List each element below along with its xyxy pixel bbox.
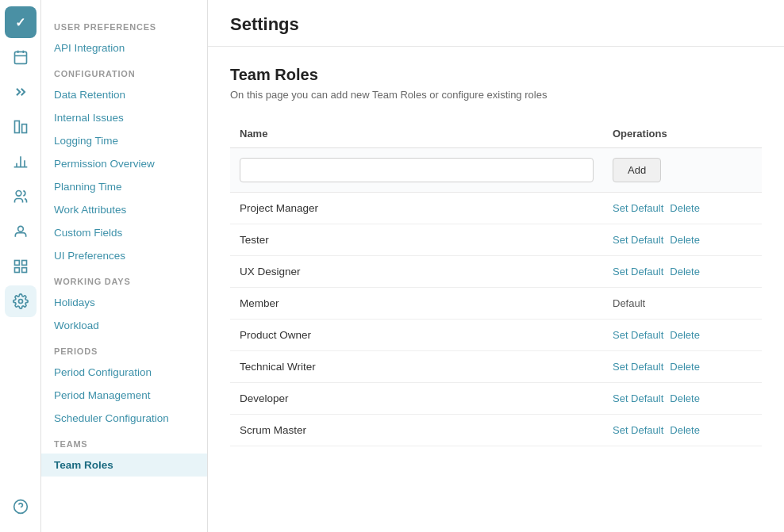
sidebar-section-configuration: CONFIGURATION Data Retention Internal Is…: [41, 59, 207, 267]
add-role-row: Add: [230, 148, 762, 193]
section-title-teams: TEAMS: [41, 430, 207, 454]
sidebar-section-user-preferences: USER PREFERENCES API Integration: [41, 13, 207, 59]
set-default-link[interactable]: Set Default: [613, 202, 663, 214]
new-role-input[interactable]: [240, 158, 594, 182]
user-nav-icon[interactable]: [5, 216, 37, 247]
sidebar-item-team-roles[interactable]: Team Roles: [41, 454, 207, 477]
sidebar-item-logging-time[interactable]: Logging Time: [41, 129, 207, 152]
help-nav-icon[interactable]: [5, 491, 37, 522]
delete-link[interactable]: Delete: [670, 424, 700, 436]
svg-rect-5: [21, 124, 26, 133]
sidebar-section-teams: TEAMS Team Roles: [41, 430, 207, 477]
app-title: Settings: [230, 14, 762, 35]
operations-cell: Default: [603, 288, 762, 320]
svg-point-10: [16, 191, 21, 197]
page-title: Team Roles: [230, 66, 762, 84]
grid-nav-icon[interactable]: [5, 251, 37, 282]
column-operations-header: Operations: [603, 120, 762, 148]
page-subtitle: On this page you can add new Team Roles …: [230, 89, 762, 101]
table-row: Product Owner Set Default Delete: [230, 320, 762, 351]
brand-logo[interactable]: ✓: [5, 6, 37, 38]
table-row: Scrum Master Set Default Delete: [230, 415, 762, 446]
sidebar-section-working-days: WORKING DAYS Holidays Workload: [41, 267, 207, 337]
table-row: Project Manager Set Default Delete: [230, 193, 762, 224]
table-row: Member Default: [230, 288, 762, 320]
role-name: Project Manager: [230, 193, 603, 224]
role-name: Tester: [230, 224, 603, 256]
section-title-working-days: WORKING DAYS: [41, 267, 207, 291]
gear-nav-icon[interactable]: [5, 285, 37, 317]
sidebar-item-api-integration[interactable]: API Integration: [41, 36, 207, 59]
team-roles-table: Name Operations Add Project Manager: [230, 120, 762, 446]
svg-rect-15: [21, 268, 26, 273]
default-badge: Default: [613, 297, 645, 309]
operations-cell: Set Default Delete: [603, 320, 762, 351]
role-name: UX Designer: [230, 256, 603, 288]
set-default-link[interactable]: Set Default: [613, 424, 663, 436]
sidebar-item-internal-issues[interactable]: Internal Issues: [41, 106, 207, 129]
calendar-nav-icon[interactable]: [5, 41, 37, 73]
role-name: Developer: [230, 383, 603, 415]
sidebar: USER PREFERENCES API Integration CONFIGU…: [41, 0, 208, 532]
delete-link[interactable]: Delete: [670, 234, 700, 246]
set-default-link[interactable]: Set Default: [613, 329, 663, 341]
role-name: Product Owner: [230, 320, 603, 351]
sidebar-item-workload[interactable]: Workload: [41, 314, 207, 337]
delete-link[interactable]: Delete: [670, 361, 700, 373]
page-header: Settings: [208, 0, 784, 47]
chart-nav-icon[interactable]: [5, 111, 37, 143]
operations-cell: Set Default Delete: [603, 193, 762, 224]
column-name-header: Name: [230, 120, 603, 148]
svg-rect-14: [14, 268, 19, 273]
svg-point-11: [17, 226, 23, 232]
table-row: Developer Set Default Delete: [230, 383, 762, 415]
delete-link[interactable]: Delete: [670, 266, 700, 277]
operations-cell: Set Default Delete: [603, 256, 762, 288]
section-title-periods: PERIODS: [41, 337, 207, 361]
sidebar-item-planning-time[interactable]: Planning Time: [41, 175, 207, 198]
icon-navigation: ✓: [0, 0, 41, 532]
operations-cell: Set Default Delete: [603, 415, 762, 446]
table-row: Tester Set Default Delete: [230, 224, 762, 256]
delete-link[interactable]: Delete: [670, 329, 700, 341]
svg-rect-4: [14, 121, 19, 133]
svg-rect-12: [14, 261, 19, 266]
sidebar-item-custom-fields[interactable]: Custom Fields: [41, 221, 207, 244]
table-row: Technical Writer Set Default Delete: [230, 351, 762, 383]
set-default-link[interactable]: Set Default: [613, 266, 663, 277]
set-default-link[interactable]: Set Default: [613, 392, 663, 404]
operations-cell: Set Default Delete: [603, 383, 762, 415]
add-role-input-cell: [230, 148, 603, 193]
sidebar-item-data-retention[interactable]: Data Retention: [41, 83, 207, 106]
section-title-configuration: CONFIGURATION: [41, 59, 207, 83]
delete-link[interactable]: Delete: [670, 202, 700, 214]
sidebar-item-holidays[interactable]: Holidays: [41, 291, 207, 314]
add-role-button[interactable]: Add: [613, 158, 661, 182]
table-row: UX Designer Set Default Delete: [230, 256, 762, 288]
table-header-row: Name Operations: [230, 120, 762, 148]
svg-rect-0: [14, 52, 26, 63]
chevrons-nav-icon[interactable]: [5, 76, 37, 108]
operations-cell: Set Default Delete: [603, 351, 762, 383]
sidebar-item-work-attributes[interactable]: Work Attributes: [41, 198, 207, 221]
sidebar-item-ui-preferences[interactable]: UI Preferences: [41, 244, 207, 267]
sidebar-item-period-configuration[interactable]: Period Configuration: [41, 361, 207, 384]
set-default-link[interactable]: Set Default: [613, 361, 663, 373]
sidebar-section-periods: PERIODS Period Configuration Period Mana…: [41, 337, 207, 430]
role-name: Technical Writer: [230, 351, 603, 383]
sidebar-item-permission-overview[interactable]: Permission Overview: [41, 152, 207, 175]
delete-link[interactable]: Delete: [670, 392, 700, 404]
role-name: Member: [230, 288, 603, 320]
people-nav-icon[interactable]: [5, 181, 37, 212]
bar-chart-nav-icon[interactable]: [5, 146, 37, 178]
add-role-button-cell: Add: [603, 148, 762, 193]
content-area: Team Roles On this page you can add new …: [208, 47, 784, 465]
section-title-user-preferences: USER PREFERENCES: [41, 13, 207, 36]
svg-point-16: [18, 300, 22, 304]
role-name: Scrum Master: [230, 415, 603, 446]
main-content: Settings Team Roles On this page you can…: [208, 0, 784, 532]
svg-rect-13: [21, 261, 26, 266]
set-default-link[interactable]: Set Default: [613, 234, 663, 246]
sidebar-item-scheduler-configuration[interactable]: Scheduler Configuration: [41, 407, 207, 430]
sidebar-item-period-management[interactable]: Period Management: [41, 384, 207, 407]
